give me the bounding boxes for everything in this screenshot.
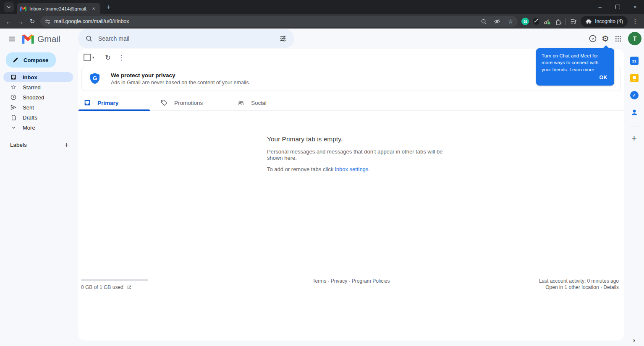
grammarly-extension-icon[interactable]: G xyxy=(520,16,531,27)
empty-state-action: To add or remove tabs click inbox settin… xyxy=(267,166,452,172)
chevron-down-icon xyxy=(10,125,17,131)
gear-icon: ⚙ xyxy=(602,34,609,44)
compose-button[interactable]: Compose xyxy=(6,52,56,68)
forward-button[interactable]: → xyxy=(15,16,26,27)
search-bar[interactable] xyxy=(78,29,294,48)
new-tab-button[interactable]: + xyxy=(104,3,113,11)
storage-label-row: 0 GB of 1 GB used xyxy=(81,284,148,290)
sidebar-item-snoozed[interactable]: Snoozed xyxy=(3,92,73,102)
search-input[interactable] xyxy=(97,35,275,42)
site-info-icon[interactable] xyxy=(45,18,51,25)
select-dropdown-caret[interactable]: ▾ xyxy=(92,55,94,60)
zoom-icon[interactable] xyxy=(479,16,489,26)
labels-title: Labels xyxy=(10,142,27,148)
tab-label: Primary xyxy=(97,100,118,106)
hide-side-panel-chevron[interactable]: › xyxy=(633,336,635,343)
tab-primary[interactable]: Primary xyxy=(78,95,155,110)
privacy-shield-icon: G xyxy=(89,73,100,85)
window-close-button[interactable]: × xyxy=(626,0,644,14)
empty-state-title: Your Primary tab is empty. xyxy=(267,135,452,143)
get-addons-button[interactable]: + xyxy=(631,134,636,143)
privacy-banner-text: We protect your privacy Ads in Gmail are… xyxy=(111,72,250,86)
program-policies-link[interactable]: Program Policies xyxy=(352,278,390,284)
window-restore-button[interactable] xyxy=(609,0,626,14)
create-label-button[interactable]: + xyxy=(64,141,69,149)
refresh-button[interactable]: ↻ xyxy=(101,51,115,64)
labels-section: Labels + xyxy=(10,141,69,149)
reload-button[interactable]: ↻ xyxy=(26,16,38,27)
sidebar-item-drafts[interactable]: Drafts xyxy=(3,112,73,122)
svg-text:G: G xyxy=(93,75,97,81)
gmail-favicon xyxy=(20,6,26,11)
action-prefix: To add or remove tabs click xyxy=(267,166,335,172)
gmail-header: Gmail ? ⚙ T xyxy=(0,29,644,49)
sidebar-item-label: Sent xyxy=(23,104,34,111)
tag-icon xyxy=(160,99,168,107)
tab-label: Promotions xyxy=(174,100,203,106)
incognito-badge[interactable]: Incognito (4) xyxy=(581,16,628,27)
calendar-button[interactable]: 31 xyxy=(630,57,639,65)
extensions-puzzle-icon[interactable] xyxy=(552,16,563,27)
browser-menu-kebab[interactable]: ⋮ xyxy=(629,16,641,27)
tab-promotions[interactable]: Promotions xyxy=(155,95,232,110)
empty-state-description: Personal messages and messages that don’… xyxy=(267,148,452,161)
tab-close-button[interactable]: × xyxy=(90,6,97,12)
sidebar-item-sent[interactable]: Sent xyxy=(3,102,73,112)
incognito-spy-icon xyxy=(585,19,592,24)
toolbar-divider xyxy=(565,18,566,25)
star-icon: ☆ xyxy=(10,84,17,91)
pencil-icon xyxy=(12,56,19,64)
send-icon xyxy=(10,104,17,111)
sidebar-item-label: More xyxy=(23,125,35,131)
tasks-button[interactable]: ✓ xyxy=(630,91,639,99)
window-controls: – × xyxy=(591,0,644,14)
details-link[interactable]: Details xyxy=(603,284,619,290)
compose-label: Compose xyxy=(24,57,48,63)
action-suffix: . xyxy=(368,166,370,172)
privacy-link[interactable]: Privacy xyxy=(331,278,347,284)
account-avatar[interactable]: T xyxy=(628,32,641,45)
tab-search-button[interactable] xyxy=(4,2,14,12)
popup-ok-button[interactable]: OK xyxy=(542,74,609,82)
url-text[interactable]: mail.google.com/mail/u/0/#inbox xyxy=(54,18,475,24)
external-link-icon[interactable] xyxy=(127,285,132,290)
search-options-button[interactable] xyxy=(275,30,291,47)
settings-button[interactable]: ⚙ xyxy=(599,32,612,45)
tune-icon xyxy=(279,35,287,42)
bookmark-star-icon[interactable]: ☆ xyxy=(505,16,516,26)
extension-icon-dark[interactable] xyxy=(531,16,542,27)
password-eye-icon[interactable] xyxy=(492,16,502,26)
more-options-button[interactable]: ⋮ xyxy=(115,51,128,64)
select-all-control[interactable]: ▾ xyxy=(84,54,101,61)
select-all-checkbox[interactable] xyxy=(84,54,91,61)
sidebar-nav: Inbox ☆ Starred Snoozed Sent xyxy=(0,72,78,133)
footer-separator: · xyxy=(349,278,351,284)
location-separator: · xyxy=(600,284,602,290)
help-button[interactable]: ? xyxy=(586,32,599,45)
tab-social[interactable]: Social xyxy=(232,95,309,110)
back-button[interactable]: ← xyxy=(3,16,15,27)
browser-tab-title: Inbox - tname2414@gmail.com xyxy=(29,6,87,11)
contacts-button[interactable] xyxy=(630,108,639,118)
bulb-glyph xyxy=(633,76,636,79)
sidebar-item-inbox[interactable]: Inbox xyxy=(3,72,73,82)
sidebar-item-more[interactable]: More xyxy=(3,122,73,133)
address-bar[interactable]: mail.google.com/mail/u/0/#inbox ☆ xyxy=(40,16,518,27)
sidebar-item-starred[interactable]: ☆ Starred xyxy=(3,82,73,92)
search-button[interactable] xyxy=(81,30,97,47)
keep-button[interactable] xyxy=(630,74,639,82)
window-minimize-button[interactable]: – xyxy=(591,0,609,14)
main-menu-button[interactable] xyxy=(3,31,20,47)
inbox-settings-link[interactable]: inbox settings xyxy=(335,166,369,172)
browser-tab-active[interactable]: Inbox - tname2414@gmail.com × xyxy=(17,3,100,14)
google-apps-button[interactable] xyxy=(612,32,624,45)
media-controls-icon[interactable] xyxy=(568,16,579,27)
privacy-banner-title: We protect your privacy xyxy=(111,72,250,78)
learn-more-link[interactable]: Learn more xyxy=(569,66,594,73)
gmail-wordmark: Gmail xyxy=(37,34,60,44)
terms-link[interactable]: Terms xyxy=(312,278,326,284)
sidebar-item-label: Starred xyxy=(23,84,41,91)
extension-icon-key[interactable] xyxy=(542,16,552,27)
side-panel-rail: 31 ✓ + › xyxy=(624,49,644,346)
gmail-logo[interactable]: Gmail xyxy=(22,34,60,44)
